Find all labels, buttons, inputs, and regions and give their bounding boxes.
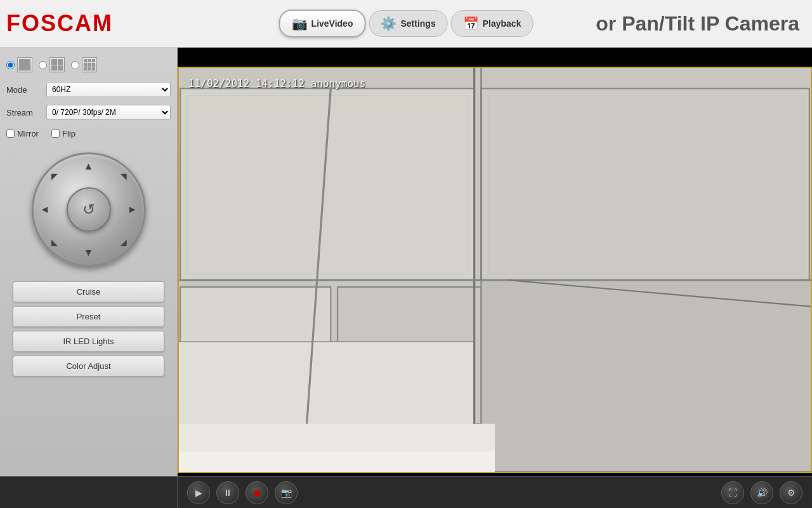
stream-label: Stream (6, 108, 41, 117)
pause-icon: ⏸ (223, 488, 232, 498)
tab-livevideo[interactable]: 📷 LiveVideo (279, 10, 366, 37)
snapshot-button[interactable]: 📷 (275, 481, 298, 504)
video-settings-icon: ⚙ (787, 488, 796, 498)
view-mode-3x3[interactable] (71, 57, 97, 72)
ptz-dial: ▲ ▼ ◄ ► ◤ ◥ ◣ ◢ ↺ (32, 152, 146, 267)
stream-select[interactable]: 0/ 720P/ 30fps/ 2M 1/ 480P/ 15fps/ 1M (46, 105, 171, 120)
ptz-downright-arrow[interactable]: ◢ (121, 238, 126, 247)
bottom-controls: ▶ ⏸ ⏺ 📷 ⛶ 🔊 ⚙ (0, 476, 812, 508)
audio-icon: 🔊 (757, 488, 768, 498)
sidebar: Mode 60HZ 50HZ Stream 0/ 720P/ 30fps/ 2M… (0, 48, 178, 508)
nav-tabs: 📷 LiveVideo ⚙️ Settings 📅 Playback (279, 10, 534, 37)
view-mode-3x3-radio[interactable] (71, 61, 79, 69)
preset-button[interactable]: Preset (13, 306, 164, 327)
flip-option[interactable]: Flip (51, 129, 75, 138)
ceiling-tiles (179, 68, 811, 472)
flip-checkbox[interactable] (51, 130, 60, 138)
grid-3x3-icon (82, 57, 97, 72)
view-mode-1x1[interactable] (6, 57, 32, 72)
video-area: 11/02/2012 14:12:12 anonymous (178, 48, 812, 508)
main-layout: Mode 60HZ 50HZ Stream 0/ 720P/ 30fps/ 2M… (0, 48, 812, 508)
tab-playback[interactable]: 📅 Playback (451, 10, 534, 37)
play-icon: ▶ (195, 488, 202, 498)
video-main: 11/02/2012 14:12:12 anonymous (178, 67, 812, 473)
livevideo-icon: 📷 (292, 16, 308, 31)
cruise-button[interactable]: Cruise (13, 281, 164, 302)
ptz-up-arrow[interactable]: ▲ (84, 161, 94, 172)
mode-select[interactable]: 60HZ 50HZ (46, 82, 171, 97)
play-button[interactable]: ▶ (187, 481, 210, 504)
ptz-upleft-arrow[interactable]: ◤ (51, 172, 57, 181)
flip-label: Flip (62, 129, 75, 138)
view-modes (6, 54, 171, 76)
playback-label: Playback (483, 18, 521, 29)
svg-rect-1 (180, 88, 475, 280)
video-timestamp: 11/02/2012 14:12:12 anonymous (188, 77, 365, 90)
fullscreen-icon: ⛶ (728, 488, 737, 498)
checkbox-row: Mirror Flip (6, 126, 171, 141)
header: FOSCAM 📷 LiveVideo ⚙️ Settings 📅 Playbac… (0, 0, 812, 48)
ptz-upright-arrow[interactable]: ◥ (121, 172, 126, 181)
mirror-label: Mirror (17, 129, 39, 138)
playback-icon: 📅 (463, 16, 479, 31)
ptz-center-button[interactable]: ↺ (67, 187, 111, 232)
view-mode-2x2[interactable] (39, 57, 65, 72)
settings-icon: ⚙️ (381, 16, 396, 31)
ir-led-button[interactable]: IR LED Lights (13, 331, 164, 352)
snapshot-icon: 📷 (281, 488, 292, 498)
grid-1x1-icon (17, 57, 32, 72)
ptz-refresh-icon: ↺ (82, 201, 95, 218)
color-adjust-button[interactable]: Color Adjust (13, 356, 164, 377)
logo-text: FOSCAM (6, 10, 113, 37)
record-button[interactable]: ⏺ (246, 481, 268, 504)
ptz-left-arrow[interactable]: ◄ (40, 204, 50, 215)
ptz-control: ▲ ▼ ◄ ► ◤ ◥ ◣ ◢ ↺ (6, 146, 171, 273)
ptz-down-arrow[interactable]: ▼ (84, 247, 94, 258)
page-title: or Pan/Tilt IP Camera (596, 12, 799, 36)
audio-button[interactable]: 🔊 (750, 481, 773, 504)
view-mode-2x2-radio[interactable] (39, 61, 47, 69)
grid-2x2-icon (49, 57, 65, 72)
bottom-controls-inner: ▶ ⏸ ⏺ 📷 ⛶ 🔊 ⚙ (178, 481, 812, 504)
mirror-checkbox[interactable] (6, 130, 15, 138)
svg-rect-15 (179, 451, 495, 472)
logo: FOSCAM (6, 10, 113, 37)
video-settings-button[interactable]: ⚙ (780, 481, 802, 504)
svg-rect-6 (481, 280, 811, 472)
svg-rect-2 (481, 88, 809, 280)
right-controls: ⛶ 🔊 ⚙ (721, 481, 802, 504)
fullscreen-button[interactable]: ⛶ (721, 481, 744, 504)
pause-button[interactable]: ⏸ (216, 481, 239, 504)
mirror-option[interactable]: Mirror (6, 129, 39, 138)
tab-settings[interactable]: ⚙️ Settings (369, 10, 447, 37)
livevideo-label: LiveVideo (311, 18, 353, 29)
video-top-bar (178, 48, 812, 67)
mode-label: Mode (6, 85, 41, 95)
view-mode-1x1-radio[interactable] (6, 61, 15, 69)
mode-row: Mode 60HZ 50HZ (6, 81, 171, 98)
bottom-left-spacer (0, 477, 178, 508)
action-buttons: Cruise Preset IR LED Lights Color Adjust (6, 278, 171, 380)
ptz-right-arrow[interactable]: ► (128, 204, 138, 215)
stream-row: Stream 0/ 720P/ 30fps/ 2M 1/ 480P/ 15fps… (6, 104, 171, 121)
settings-label: Settings (400, 18, 435, 29)
ptz-downleft-arrow[interactable]: ◣ (51, 238, 57, 247)
record-icon: ⏺ (252, 488, 261, 498)
